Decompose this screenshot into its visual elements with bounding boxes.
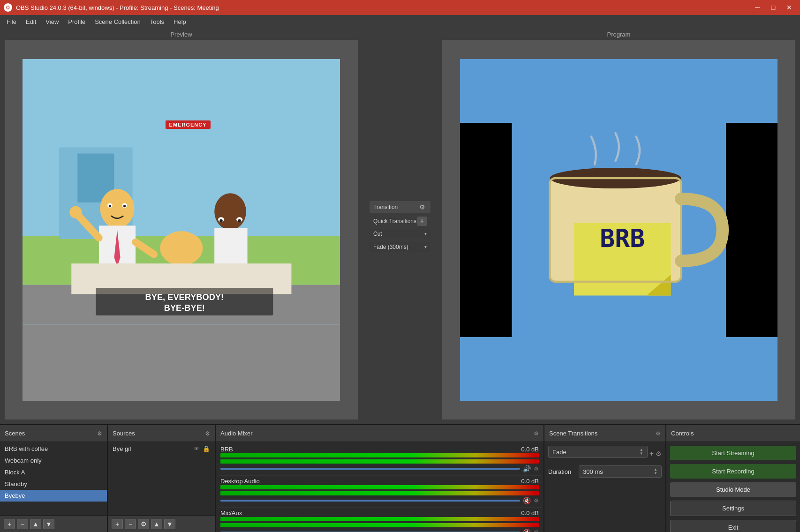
- scene-item-brb-with-coffee[interactable]: BRB with coffee: [0, 443, 107, 455]
- minimize-button[interactable]: ─: [750, 2, 764, 13]
- scenes-remove-button[interactable]: −: [17, 519, 28, 529]
- brb-channel-name: BRB: [220, 446, 233, 453]
- mic-row-top: Mic/Aux 0.0 dB: [219, 510, 541, 517]
- fade-down-arrow[interactable]: ▼: [640, 452, 643, 456]
- duration-spinbox[interactable]: 300 ms ▲ ▼: [579, 465, 662, 478]
- quick-transitions-label: Quick Transitions: [373, 218, 416, 225]
- app-icon: O: [4, 3, 12, 12]
- fade-select-value: Fade: [552, 449, 566, 456]
- scene-item-webcam-only[interactable]: Webcam only: [0, 455, 107, 466]
- menu-profile[interactable]: Profile: [63, 16, 90, 27]
- bottom-area: Scenes ⚙ BRB with coffee Webcam only Blo…: [0, 424, 800, 532]
- desktop-mute-icon[interactable]: 🔇: [523, 497, 531, 504]
- scene-item-byebye[interactable]: Byebye: [0, 490, 107, 502]
- transitions-settings-icon[interactable]: ⚙: [656, 450, 662, 457]
- desktop-channel-name: Desktop Audio: [220, 478, 260, 485]
- menu-tools[interactable]: Tools: [145, 16, 169, 27]
- transition-settings-icon[interactable]: ⚙: [417, 202, 427, 212]
- start-streaming-button[interactable]: Start Streaming: [670, 446, 796, 460]
- mic-settings-icon[interactable]: ⚙: [534, 529, 539, 532]
- scene-item-block-a[interactable]: Block A: [0, 466, 107, 478]
- mic-meter-container: [219, 517, 541, 527]
- brb-meter-fill: [220, 453, 539, 457]
- audio-mixer-title: Audio Mixer: [220, 430, 253, 437]
- brb-volume-fill: [220, 468, 430, 470]
- sources-settings-button[interactable]: ⚙: [138, 519, 149, 529]
- brb-meter-green: [220, 453, 539, 457]
- svg-point-15: [214, 193, 246, 230]
- preview-container[interactable]: EMERGENCY: [5, 40, 358, 420]
- scene-svg: BYE, EVERYBODY! BYE-BYE!: [23, 59, 340, 401]
- menu-scene-collection[interactable]: Scene Collection: [90, 16, 145, 27]
- scenes-header-icons: ⚙: [97, 430, 102, 437]
- mic-channel-name: Mic/Aux: [220, 510, 242, 517]
- transition-row: Transition ⚙: [370, 201, 430, 213]
- menu-edit[interactable]: Edit: [21, 16, 41, 27]
- mic-meter-green2: [220, 523, 539, 527]
- controls-panel: Controls Start Streaming Start Recording…: [666, 425, 800, 532]
- svg-point-20: [238, 219, 241, 222]
- scenes-up-button[interactable]: ▲: [30, 519, 41, 529]
- cut-chevron-icon: ▾: [424, 231, 427, 236]
- svg-text:BYE-BYE!: BYE-BYE!: [164, 302, 204, 312]
- brb-meter-green2: [220, 459, 539, 464]
- source-name: Bye gif: [113, 445, 131, 452]
- maximize-button[interactable]: □: [766, 2, 780, 13]
- duration-spinners: ▲ ▼: [654, 468, 657, 475]
- audio-mixer-panel: Audio Mixer ⚙ BRB 0.0 dB: [216, 425, 544, 532]
- source-item-bye-gif[interactable]: Bye gif 👁 🔒: [108, 443, 215, 455]
- fade-dropdown[interactable]: Fade (300ms) ▾: [370, 242, 430, 252]
- sources-up-button[interactable]: ▲: [151, 519, 162, 529]
- brb-volume-slider[interactable]: [220, 468, 520, 470]
- source-eye-icon[interactable]: 👁: [194, 445, 200, 452]
- desktop-settings-icon[interactable]: ⚙: [534, 497, 539, 504]
- fade-select-dropdown[interactable]: Fade ▲ ▼: [548, 446, 648, 458]
- scenes-panel-title: Scenes: [5, 430, 25, 437]
- sources-down-button[interactable]: ▼: [164, 519, 175, 529]
- transitions-body: Fade ▲ ▼ + ⚙ Duration 300 ms: [544, 442, 665, 532]
- svg-point-21: [160, 231, 203, 265]
- menu-view[interactable]: View: [41, 16, 63, 27]
- quick-transitions-add-button[interactable]: +: [417, 217, 427, 226]
- duration-value: 300 ms: [583, 468, 603, 475]
- source-item-icons: 👁 🔒: [194, 445, 210, 452]
- transitions-add-icon[interactable]: +: [649, 450, 654, 458]
- scene-transitions-panel: Scene Transitions ⚙ Fade ▲ ▼ + ⚙: [544, 425, 666, 532]
- window-controls: ─ □ ✕: [750, 2, 796, 13]
- scenes-add-button[interactable]: +: [4, 519, 15, 529]
- desktop-volume-slider[interactable]: [220, 500, 520, 502]
- brb-settings-icon[interactable]: ⚙: [534, 465, 539, 472]
- start-recording-button[interactable]: Start Recording: [670, 464, 796, 479]
- brb-volume-icon[interactable]: 🔊: [523, 465, 531, 472]
- svg-text:BRB: BRB: [600, 224, 645, 253]
- scenes-down-button[interactable]: ▼: [43, 519, 54, 529]
- cut-dropdown[interactable]: Cut ▾: [370, 229, 430, 239]
- audio-config-icon[interactable]: ⚙: [534, 430, 539, 437]
- transitions-header-icons: ⚙: [656, 430, 661, 437]
- desktop-slider-row: 🔇 ⚙: [219, 496, 541, 505]
- quick-transitions-row: Quick Transitions +: [370, 215, 430, 227]
- transitions-config-icon[interactable]: ⚙: [656, 430, 661, 437]
- brb-meter-spacer: [220, 458, 539, 459]
- menu-help[interactable]: Help: [169, 16, 191, 27]
- fade-label: Fade (300ms): [373, 244, 408, 250]
- scenes-config-icon[interactable]: ⚙: [97, 430, 102, 437]
- sources-footer: + − ⚙ ▲ ▼: [108, 515, 215, 532]
- mic-channel-db: 0.0 dB: [521, 510, 539, 517]
- mic-meter-fill2: [220, 523, 539, 527]
- program-container[interactable]: BRB: [442, 40, 795, 420]
- duration-down-arrow[interactable]: ▼: [654, 472, 657, 475]
- source-lock-icon[interactable]: 🔒: [203, 445, 210, 452]
- sources-remove-button[interactable]: −: [125, 519, 136, 529]
- close-button[interactable]: ✕: [782, 2, 796, 13]
- settings-button[interactable]: Settings: [670, 501, 796, 516]
- exit-button[interactable]: Exit: [670, 520, 796, 532]
- studio-mode-button[interactable]: Studio Mode: [670, 482, 796, 497]
- duration-row: Duration 300 ms ▲ ▼: [548, 465, 662, 478]
- mic-mute-icon[interactable]: 🔇: [523, 529, 531, 532]
- audio-channels-list: BRB 0.0 dB: [216, 442, 543, 532]
- scene-item-standby[interactable]: Standby: [0, 478, 107, 490]
- sources-config-icon[interactable]: ⚙: [205, 430, 210, 437]
- menu-file[interactable]: File: [2, 16, 21, 27]
- sources-add-button[interactable]: +: [112, 519, 123, 529]
